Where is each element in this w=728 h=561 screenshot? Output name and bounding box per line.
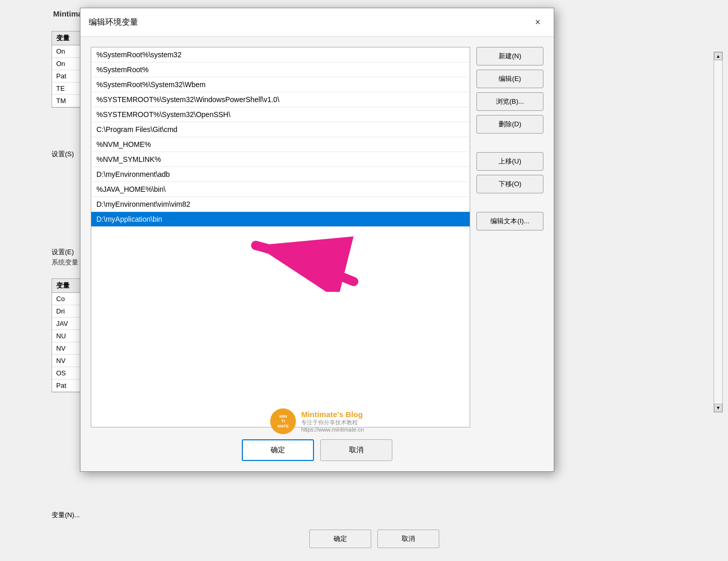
- dialog-body: %SystemRoot%\system32 %SystemRoot% %Syst…: [80, 37, 554, 438]
- bg-scroll-up[interactable]: ▲: [714, 52, 722, 60]
- cancel-button[interactable]: 取消: [320, 439, 392, 461]
- watermark-url: https://www.mintimate.cn: [301, 426, 364, 433]
- watermark-title: Mintimate's Blog: [301, 410, 364, 419]
- list-item-10[interactable]: D:\myEnvironment\vim\vim82: [91, 197, 470, 212]
- edit-env-var-dialog: 编辑环境变量 × %SystemRoot%\system32 %SystemRo…: [80, 8, 554, 472]
- settings-label-2: 设置(E): [52, 248, 74, 257]
- list-item-0[interactable]: %SystemRoot%\system32: [91, 47, 470, 62]
- bg-bottom-buttons: 确定 取消: [309, 530, 439, 548]
- list-item-7[interactable]: %NVM_SYMLINK%: [91, 152, 470, 167]
- list-item-5[interactable]: C:\Program Files\Git\cmd: [91, 122, 470, 137]
- close-button[interactable]: ×: [530, 14, 545, 30]
- watermark-text-block: Mintimate's Blog 专注于你分享技术教程 https://www.…: [301, 410, 364, 433]
- new-button[interactable]: 新建(N): [476, 47, 543, 65]
- browse-button[interactable]: 浏览(B)...: [476, 92, 543, 111]
- move-down-button[interactable]: 下移(O): [476, 175, 543, 193]
- delete-button[interactable]: 删除(D): [476, 115, 543, 134]
- watermark: MINTIMATE Mintimate's Blog 专注于你分享技术教程 ht…: [270, 408, 364, 434]
- bg-cancel-button[interactable]: 取消: [377, 530, 439, 548]
- settings-label-1: 设置(S): [52, 150, 74, 159]
- edit-text-button[interactable]: 编辑文本(I)...: [476, 212, 543, 230]
- list-item-3[interactable]: %SYSTEMROOT%\System32\WindowsPowerShell\…: [91, 92, 470, 107]
- watermark-logo: MINTIMATE: [270, 408, 296, 434]
- bg-scroll-down[interactable]: ▼: [714, 404, 722, 412]
- new-var-label: 变量(N)...: [52, 510, 80, 520]
- dialog-titlebar: 编辑环境变量 ×: [80, 8, 554, 37]
- list-item-9[interactable]: %JAVA_HOME%\bin\: [91, 182, 470, 197]
- bg-scrollbar: ▲ ▼: [714, 52, 723, 412]
- list-item-8[interactable]: D:\myEnvironment\adb: [91, 167, 470, 182]
- edit-button[interactable]: 编辑(E): [476, 70, 543, 88]
- list-item-2[interactable]: %SystemRoot%\System32\Wbem: [91, 77, 470, 92]
- dialog-title: 编辑环境变量: [89, 17, 138, 28]
- footer-buttons: 确定 取消: [242, 439, 392, 461]
- action-buttons-panel: 新建(N) 编辑(E) 浏览(B)... 删除(D) 上移(U) 下移(O) 编…: [476, 47, 543, 427]
- list-item-4[interactable]: %SYSTEMROOT%\System32\OpenSSH\: [91, 107, 470, 122]
- bg-confirm-button[interactable]: 确定: [309, 530, 371, 548]
- dialog-footer: MINTIMATE Mintimate's Blog 专注于你分享技术教程 ht…: [80, 409, 554, 471]
- confirm-button[interactable]: 确定: [242, 439, 314, 461]
- env-var-list[interactable]: %SystemRoot%\system32 %SystemRoot% %Syst…: [91, 47, 470, 427]
- system-section-label: 系统变量: [52, 258, 78, 267]
- list-item-11[interactable]: D:\myApplication\bin: [91, 212, 470, 227]
- list-item-1[interactable]: %SystemRoot%: [91, 62, 470, 77]
- list-item-6[interactable]: %NVM_HOME%: [91, 137, 470, 152]
- move-up-button[interactable]: 上移(U): [476, 152, 543, 171]
- watermark-subtitle: 专注于你分享技术教程: [301, 419, 364, 426]
